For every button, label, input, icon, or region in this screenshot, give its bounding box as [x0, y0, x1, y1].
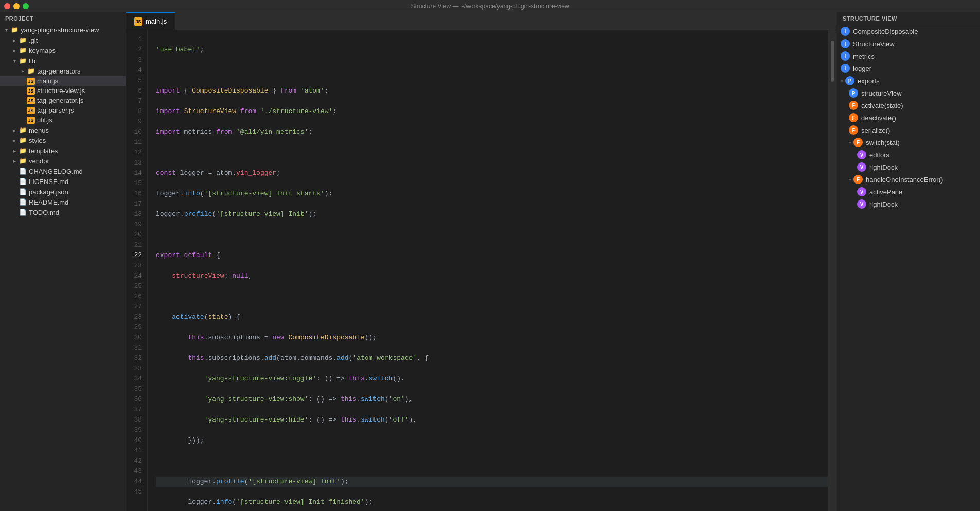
- struct-item-activate[interactable]: F activate(state): [836, 99, 980, 112]
- scroll-thumb[interactable]: [831, 41, 834, 82]
- code-line-12: structureView: null,: [156, 271, 828, 281]
- folder-icon: 📁: [19, 126, 27, 134]
- sidebar-item-main-js[interactable]: JS main.js: [0, 76, 126, 86]
- chevron-down-icon: ▾: [2, 27, 10, 33]
- file-js-icon: JS: [27, 107, 35, 114]
- badge-icon-f: F: [849, 113, 858, 122]
- sidebar-item-menus[interactable]: ▸ 📁 menus: [0, 125, 126, 135]
- tab-main-js[interactable]: JS main.js: [126, 12, 175, 30]
- folder-icon: 📁: [10, 26, 19, 34]
- chevron-down-icon: ▾: [849, 177, 851, 182]
- chevron-right-icon: ▸: [10, 127, 19, 133]
- struct-item-editors[interactable]: V editors: [836, 149, 980, 161]
- struct-item-metrics[interactable]: I metrics: [836, 50, 980, 62]
- struct-item-logger[interactable]: I logger: [836, 62, 980, 75]
- badge-icon-i: I: [841, 51, 850, 61]
- struct-item-compositedisposable[interactable]: I CompositeDisposable: [836, 25, 980, 38]
- code-line-9: logger.profile('[structure-view] Init');: [156, 209, 828, 220]
- code-line-2: [156, 65, 828, 76]
- sidebar-item-vendor[interactable]: ▸ 📁 vendor: [0, 156, 126, 166]
- badge-icon-f: F: [853, 175, 863, 184]
- badge-icon-i: I: [841, 27, 850, 36]
- struct-item-rightdock-2[interactable]: V rightDock: [836, 198, 980, 210]
- sidebar-item-changelog[interactable]: 📄 CHANGELOG.md: [0, 166, 126, 176]
- code-line-15: this.subscriptions = new CompositeDispos…: [156, 333, 828, 343]
- code-line-7: const logger = atom.yin_logger;: [156, 168, 828, 178]
- file-js-icon: JS: [27, 117, 35, 124]
- minimize-button[interactable]: [13, 3, 20, 9]
- sidebar-item-tag-generator-js[interactable]: JS tag-generator.js: [0, 96, 126, 105]
- file-js-icon: JS: [27, 87, 35, 95]
- sidebar-item-license[interactable]: 📄 LICENSE.md: [0, 176, 126, 187]
- code-line-1: 'use babel';: [156, 45, 828, 55]
- struct-item-structureview[interactable]: I StructureView: [836, 38, 980, 50]
- close-button[interactable]: [4, 3, 10, 9]
- struct-item-exports[interactable]: ▾ P exports: [836, 75, 980, 87]
- chevron-right-icon: ▸: [10, 48, 19, 53]
- code-line-13: [156, 291, 828, 302]
- code-line-6: [156, 148, 828, 158]
- badge-icon-p: P: [849, 88, 858, 98]
- code-line-19: 'yang-structure-view:hide': () => this.s…: [156, 415, 828, 425]
- tab-label: main.js: [146, 17, 167, 25]
- folder-icon: 📁: [19, 57, 27, 65]
- sidebar-item-todo[interactable]: 📄 TODO.md: [0, 207, 126, 217]
- sidebar-item-lib[interactable]: ▾ 📁 lib: [0, 56, 126, 66]
- sidebar-item-structure-view-js[interactable]: JS structure-view.js: [0, 86, 126, 96]
- title-bar: Structure View — ~/workspace/yang-plugin…: [0, 0, 980, 12]
- sidebar-item-keymaps[interactable]: ▸ 📁 keymaps: [0, 45, 126, 56]
- struct-item-handleoneinstanceerror[interactable]: ▾ F handleOneInstanceError(): [836, 173, 980, 186]
- struct-item-switch[interactable]: ▾ F switch(stat): [836, 136, 980, 149]
- sidebar-item-util-js[interactable]: JS util.js: [0, 115, 126, 125]
- struct-item-activepane[interactable]: V activePane: [836, 186, 980, 198]
- badge-icon-i: I: [841, 64, 850, 73]
- code-line-3: import { CompositeDisposable } from 'ato…: [156, 86, 828, 96]
- chevron-right-icon: ▸: [10, 138, 19, 143]
- maximize-button[interactable]: [23, 3, 29, 9]
- badge-icon-v: V: [857, 162, 866, 172]
- code-line-22: logger.profile('[structure-view] Init');: [156, 477, 828, 487]
- chevron-right-icon: ▸: [10, 38, 19, 43]
- folder-icon: 📁: [19, 36, 27, 44]
- struct-item-serialize[interactable]: F serialize(): [836, 124, 980, 136]
- file-md-icon: 📄: [19, 198, 27, 206]
- code-line-10: [156, 230, 828, 240]
- folder-icon: 📁: [19, 157, 27, 165]
- sidebar-item-git[interactable]: ▸ 📁 .git: [0, 35, 126, 45]
- sidebar-item-root[interactable]: ▾ 📁 yang-plugin-structure-view: [0, 25, 126, 35]
- sidebar-item-readme[interactable]: 📄 README.md: [0, 197, 126, 207]
- sidebar-item-styles[interactable]: ▸ 📁 styles: [0, 135, 126, 145]
- chevron-down-icon: ▾: [849, 140, 851, 145]
- structure-view-header: Structure View: [836, 12, 980, 25]
- code-editor[interactable]: 1 2 3 4 5 6 7 8 9 10 11 12 13 14 15 16 1…: [126, 30, 836, 511]
- badge-icon-p: P: [845, 76, 854, 85]
- chevron-down-icon: ▾: [10, 58, 19, 64]
- folder-icon: 📁: [27, 67, 35, 75]
- struct-item-deactivate[interactable]: F deactivate(): [836, 112, 980, 124]
- code-line-21: [156, 456, 828, 466]
- scroll-indicator[interactable]: [828, 30, 836, 511]
- main-layout: Project ▾ 📁 yang-plugin-structure-view ▸…: [0, 12, 980, 511]
- struct-item-structureview-prop[interactable]: P structureView: [836, 87, 980, 99]
- code-line-14: activate(state) {: [156, 312, 828, 322]
- structure-view-panel: Structure View I CompositeDisposable I S…: [836, 12, 980, 511]
- code-line-5: import metrics from '@ali/yin-metrics';: [156, 127, 828, 137]
- code-line-16: this.subscriptions.add(atom.commands.add…: [156, 353, 828, 363]
- line-numbers: 1 2 3 4 5 6 7 8 9 10 11 12 13 14 15 16 1…: [126, 30, 148, 511]
- sidebar-item-tag-parser-js[interactable]: JS tag-parser.js: [0, 105, 126, 115]
- sidebar-item-tag-generators[interactable]: ▸ 📁 tag-generators: [0, 66, 126, 76]
- file-js-icon: JS: [27, 97, 35, 104]
- sidebar-item-package-json[interactable]: 📄 package.json: [0, 187, 126, 197]
- chevron-right-icon: ▸: [10, 148, 19, 154]
- window-title: Structure View — ~/workspace/yang-plugin…: [411, 3, 569, 10]
- code-line-23: logger.info('[structure-view] Init finis…: [156, 497, 828, 507]
- folder-icon: 📁: [19, 46, 27, 54]
- badge-icon-f: F: [853, 138, 863, 147]
- code-content: 'use babel'; import { CompositeDisposabl…: [148, 30, 828, 511]
- struct-item-rightdock-1[interactable]: V rightDock: [836, 161, 980, 173]
- chevron-right-icon: ▸: [19, 68, 27, 74]
- sidebar-item-templates[interactable]: ▸ 📁 templates: [0, 145, 126, 156]
- sidebar: Project ▾ 📁 yang-plugin-structure-view ▸…: [0, 12, 126, 511]
- window-controls: [4, 3, 29, 9]
- editor-area: JS main.js 1 2 3 4 5 6 7 8 9 10 11 12 13…: [126, 12, 836, 511]
